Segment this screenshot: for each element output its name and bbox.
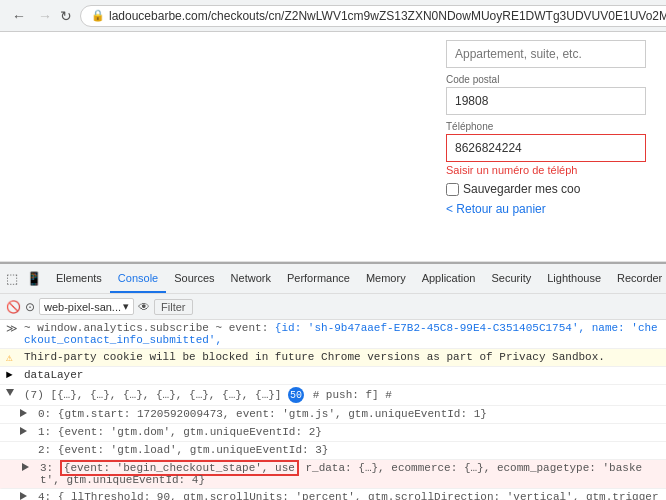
line6-triangle[interactable] xyxy=(20,426,34,438)
devtools-panel: ⬚ 📱 Elements Console Sources Network Per… xyxy=(0,262,666,500)
line8-content: 3: {event: 'begin_checkout_stape', use r… xyxy=(40,462,660,486)
tab-sources[interactable]: Sources xyxy=(166,264,222,293)
back-button[interactable]: ← xyxy=(8,6,30,26)
device-icon[interactable]: 📱 xyxy=(24,269,44,288)
tab-console[interactable]: Console xyxy=(110,264,166,293)
page-content: Code postal Téléphone Saisir un numéro d… xyxy=(0,32,666,262)
line9-content: 4: { llThreshold: 90, gtm.scrollUnits: '… xyxy=(38,491,660,500)
tab-recorder[interactable]: Recorder xyxy=(609,264,666,293)
console-line-6: 1: {event: 'gtm.dom', gtm.uniqueEventId:… xyxy=(0,424,666,442)
devtools-tabs: Elements Console Sources Network Perform… xyxy=(48,264,666,293)
line8-triangle[interactable] xyxy=(22,462,36,474)
code-postal-field: Code postal xyxy=(446,74,646,115)
line4-triangle[interactable] xyxy=(6,387,20,399)
line5-triangle[interactable] xyxy=(20,408,34,420)
eye-button[interactable]: 👁 xyxy=(138,300,150,314)
devtools-icons: ⬚ 📱 xyxy=(4,269,44,288)
lock-icon: 🔒 xyxy=(91,9,105,22)
browser-toolbar: ← → ↻ 🔒 ladoucebarbe.com/checkouts/cn/Z2… xyxy=(0,0,666,32)
tab-memory[interactable]: Memory xyxy=(358,264,414,293)
tab-security[interactable]: Security xyxy=(483,264,539,293)
line1-content: ~ window.analytics.subscribe ~ event: {i… xyxy=(24,322,660,346)
console-line-8: 3: {event: 'begin_checkout_stape', use r… xyxy=(0,460,666,489)
filter-label: Filter xyxy=(161,301,185,313)
console-toolbar: 🚫 ⊙ web-pixel-san... ▾ 👁 Filter xyxy=(0,294,666,320)
line5-content: 0: {gtm.start: 1720592009473, event: 'gt… xyxy=(38,408,660,420)
tab-elements[interactable]: Elements xyxy=(48,264,110,293)
line1-icon: ≫ xyxy=(6,322,20,335)
telephone-field: Téléphone Saisir un numéro de téléph xyxy=(446,121,646,176)
clear-console-button[interactable]: 🚫 xyxy=(6,300,21,314)
code-postal-input[interactable] xyxy=(446,87,646,115)
save-checkbox[interactable] xyxy=(446,183,459,196)
address-bar[interactable]: 🔒 ladoucebarbe.com/checkouts/cn/Z2NwLWV1… xyxy=(80,5,666,27)
line4-content: (7) [{…}, {…}, {…}, {…}, {…}, {…}, {…}] … xyxy=(24,387,660,403)
appartement-field xyxy=(446,40,646,68)
url-text: ladoucebarbe.com/checkouts/cn/Z2NwLWV1cm… xyxy=(109,9,666,23)
console-line-1: ≫ ~ window.analytics.subscribe ~ event: … xyxy=(0,320,666,349)
warning-icon: ⚠ xyxy=(6,351,20,364)
filter-button[interactable]: Filter xyxy=(154,299,192,315)
tab-network[interactable]: Network xyxy=(223,264,279,293)
line3-icon: ► xyxy=(6,369,20,381)
save-checkbox-row: Sauvegarder mes coo xyxy=(446,182,646,196)
cursor-icon[interactable]: ⬚ xyxy=(4,269,20,288)
console-line-2: ⚠ Third-party cookie will be blocked in … xyxy=(0,349,666,367)
appartement-input[interactable] xyxy=(446,40,646,68)
retour-link[interactable]: < Retour au panier xyxy=(446,202,646,216)
console-expand-button[interactable]: ⊙ xyxy=(25,300,35,314)
code-postal-label: Code postal xyxy=(446,74,646,85)
line2-content: Third-party cookie will be blocked in fu… xyxy=(24,351,660,363)
nav-buttons: ← → ↻ xyxy=(8,6,72,26)
save-label: Sauvegarder mes coo xyxy=(463,182,580,196)
console-line-9: 4: { llThreshold: 90, gtm.scrollUnits: '… xyxy=(0,489,666,500)
telephone-error: Saisir un numéro de téléph xyxy=(446,164,646,176)
reload-button[interactable]: ↻ xyxy=(60,8,72,24)
line9-triangle[interactable] xyxy=(20,491,34,500)
console-line-5: 0: {gtm.start: 1720592009473, event: 'gt… xyxy=(0,406,666,424)
context-selector[interactable]: web-pixel-san... ▾ xyxy=(39,298,134,315)
console-line-3: ► dataLayer xyxy=(0,367,666,385)
context-label: web-pixel-san... xyxy=(44,301,121,313)
retour-text: < Retour au panier xyxy=(446,202,546,216)
forward-button[interactable]: → xyxy=(34,6,56,26)
line3-content: dataLayer xyxy=(24,369,660,381)
tab-application[interactable]: Application xyxy=(414,264,484,293)
console-output[interactable]: ≫ ~ window.analytics.subscribe ~ event: … xyxy=(0,320,666,500)
line7-content: 2: {event: 'gtm.load', gtm.uniqueEventId… xyxy=(38,444,660,456)
telephone-label: Téléphone xyxy=(446,121,646,132)
chevron-down-icon: ▾ xyxy=(123,300,129,313)
console-line-7: 2: {event: 'gtm.load', gtm.uniqueEventId… xyxy=(0,442,666,460)
line6-content: 1: {event: 'gtm.dom', gtm.uniqueEventId:… xyxy=(38,426,660,438)
console-line-4: (7) [{…}, {…}, {…}, {…}, {…}, {…}, {…}] … xyxy=(0,385,666,406)
tab-lighthouse[interactable]: Lighthouse xyxy=(539,264,609,293)
telephone-input[interactable] xyxy=(446,134,646,162)
devtools-toolbar: ⬚ 📱 Elements Console Sources Network Per… xyxy=(0,264,666,294)
tab-performance[interactable]: Performance xyxy=(279,264,358,293)
